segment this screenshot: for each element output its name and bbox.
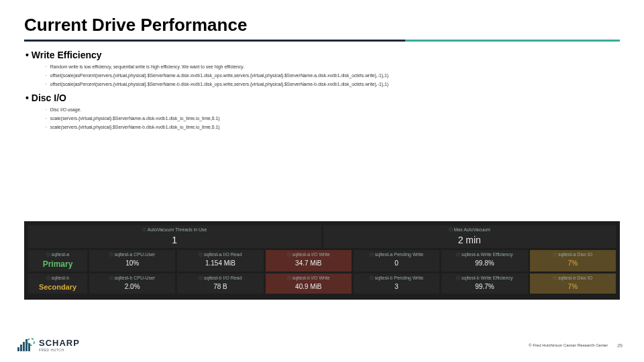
page-number: 29 bbox=[617, 343, 623, 348]
panel-write-a: sqltest-a I/O Write34.7 MiB bbox=[266, 250, 352, 272]
panel-io-b: sqltest-b Disc IO7% bbox=[530, 274, 616, 294]
panel-pending-b-value: 3 bbox=[356, 283, 437, 290]
panel-threads: AutoVacuum Threads in Use1 bbox=[28, 225, 321, 248]
panel-cpu-b-value: 2.0% bbox=[92, 283, 172, 290]
svg-rect-2 bbox=[23, 342, 25, 351]
panel-read-a-header: sqltest-a I/O Read bbox=[180, 252, 260, 258]
svg-rect-4 bbox=[28, 343, 30, 351]
panel-name-a: sqltest-aPrimary bbox=[28, 250, 87, 272]
panel-weff-a-value: 99.8% bbox=[444, 259, 525, 267]
panel-pending-a-value: 0 bbox=[356, 259, 437, 267]
scharp-logo: SCHARP FRED HUTCH bbox=[16, 338, 80, 353]
panel-write-a-value: 34.7 MiB bbox=[268, 259, 349, 267]
panel-name-b-value: Secondary bbox=[31, 283, 85, 291]
panel-write-a-header: sqltest-a I/O Write bbox=[268, 252, 349, 258]
logo-icon bbox=[16, 338, 35, 353]
panel-cpu-b-header: sqltest-b CPU-User bbox=[92, 276, 172, 282]
panel-write-b-value: 40.9 MiB bbox=[268, 283, 349, 290]
svg-rect-0 bbox=[17, 347, 19, 351]
panel-weff-b-header: sqltest-b Write Efficiency bbox=[444, 276, 525, 282]
panel-maxav-value: 2 min bbox=[326, 235, 614, 245]
panel-io-b-value: 7% bbox=[533, 283, 613, 290]
panel-pending-a-header: sqltest-a Pending Write bbox=[356, 252, 437, 258]
logo-text: SCHARP bbox=[39, 339, 80, 347]
footer: SCHARP FRED HUTCH © Fred Hutchinson Canc… bbox=[0, 334, 644, 357]
logo-subtext: FRED HUTCH bbox=[39, 348, 80, 352]
panel-io-a: sqltest-a Disc IO7% bbox=[530, 250, 616, 272]
panel-name-a-value: Primary bbox=[31, 259, 85, 269]
panel-read-a-value: 1.154 MiB bbox=[180, 259, 260, 267]
panel-cpu-a-value: 10% bbox=[92, 259, 172, 267]
write-code-a: offset(scale(asPercent(servers.{virtual,… bbox=[46, 73, 620, 79]
panel-weff-a: sqltest-a Write Efficiency99.8% bbox=[441, 250, 527, 272]
panel-max-autovacuum: Max AutoVacuum2 min bbox=[323, 225, 616, 248]
panel-write-b-header: sqltest-b I/O Write bbox=[268, 276, 349, 282]
panel-pending-a: sqltest-a Pending Write0 bbox=[354, 250, 439, 272]
slide-title: Current Drive Performance bbox=[24, 15, 620, 36]
panel-weff-b-value: 99.7% bbox=[444, 283, 525, 290]
panel-pending-b-header: sqltest-b Pending Write bbox=[356, 276, 437, 282]
panel-maxav-header: Max AutoVacuum bbox=[326, 227, 614, 233]
panel-io-a-value: 7% bbox=[533, 259, 613, 267]
panel-cpu-a: sqltest-a CPU-User10% bbox=[89, 250, 175, 272]
svg-rect-1 bbox=[20, 345, 22, 351]
panel-cpu-a-header: sqltest-a CPU-User bbox=[92, 252, 172, 258]
panel-read-b: sqltest-b I/O Read78 B bbox=[177, 274, 263, 294]
title-rule bbox=[24, 40, 620, 42]
panel-pending-b: sqltest-b Pending Write3 bbox=[354, 274, 439, 294]
write-efficiency-heading: Write Efficiency bbox=[25, 50, 620, 60]
panel-write-b: sqltest-b I/O Write40.9 MiB bbox=[266, 274, 352, 294]
panel-io-a-header: sqltest-a Disc IO bbox=[533, 252, 613, 258]
panel-threads-value: 1 bbox=[31, 235, 319, 245]
panel-name-b: sqltest-bSecondary bbox=[28, 274, 87, 294]
panel-name-a-header: sqltest-a bbox=[31, 252, 85, 258]
panel-read-a: sqltest-a I/O Read1.154 MiB bbox=[177, 250, 263, 272]
panel-weff-b: sqltest-b Write Efficiency99.7% bbox=[441, 274, 527, 294]
write-code-b: offset(scale(asPercent(servers.{virtual,… bbox=[46, 82, 620, 88]
disc-code-a: scale(servers.{virtual,physical}.$Server… bbox=[46, 116, 620, 122]
svg-rect-3 bbox=[25, 339, 28, 351]
panel-weff-a-header: sqltest-a Write Efficiency bbox=[444, 252, 525, 258]
write-efficiency-desc: Random write is low efficiency, sequenti… bbox=[46, 64, 620, 70]
panel-io-b-header: sqltest-b Disc IO bbox=[533, 276, 613, 282]
copyright: © Fred Hutchinson Cancer Research Center bbox=[529, 343, 608, 347]
disc-io-heading: Disc I/O bbox=[25, 93, 620, 103]
panel-read-b-header: sqltest-b I/O Read bbox=[180, 276, 260, 282]
panel-threads-header: AutoVacuum Threads in Use bbox=[31, 227, 319, 233]
panel-cpu-b: sqltest-b CPU-User2.0% bbox=[89, 274, 175, 294]
panel-read-b-value: 78 B bbox=[180, 283, 260, 290]
disc-code-b: scale(servers.{virtual,physical}.$Server… bbox=[46, 125, 620, 131]
dashboard: AutoVacuum Threads in Use1 Max AutoVacuu… bbox=[24, 221, 620, 300]
disc-io-desc: Disc I/O usage. bbox=[46, 107, 620, 113]
panel-name-b-header: sqltest-b bbox=[31, 276, 85, 282]
